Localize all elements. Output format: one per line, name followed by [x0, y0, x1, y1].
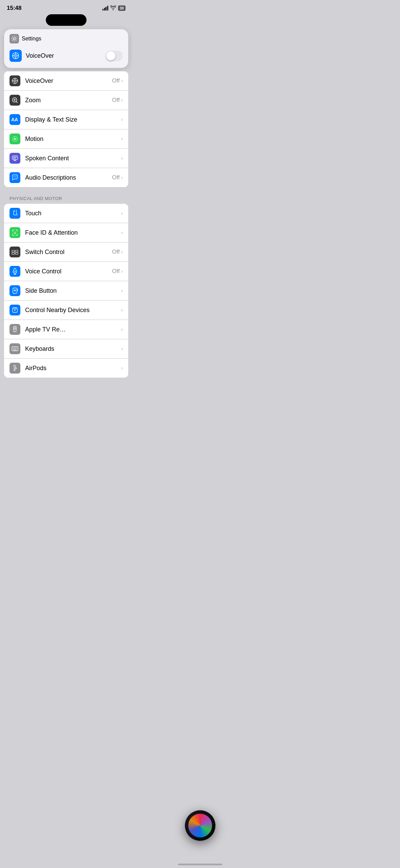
display-text-icon: AA: [9, 114, 20, 125]
audio-descriptions-icon: [9, 172, 20, 183]
apple-tv-item-label: Apple TV Re…: [25, 326, 66, 333]
voiceover-card: Settings VoiceOver: [4, 29, 128, 68]
switch-control-chevron: ›: [121, 249, 123, 255]
voice-control-chevron: ›: [121, 268, 123, 274]
wifi-icon: [110, 5, 116, 11]
physical-motor-header: PHYSICAL AND MOTOR: [4, 191, 128, 204]
svg-rect-20: [12, 253, 15, 254]
switch-control-item-content: Switch Control Off ›: [25, 249, 123, 256]
zoom-icon: [9, 95, 20, 106]
voiceover-left: VoiceOver: [9, 50, 54, 62]
display-text-item-content: Display & Text Size ›: [25, 116, 123, 123]
switch-control-icon: [9, 247, 20, 257]
svg-point-13: [14, 177, 14, 177]
face-id-icon: [9, 227, 20, 238]
audio-descriptions-chevron: ›: [121, 175, 123, 181]
voice-control-item-value: Off: [112, 268, 119, 275]
voice-control-item-content: Voice Control Off ›: [25, 268, 123, 275]
list-item-touch[interactable]: Touch ›: [4, 204, 128, 223]
list-item-motion[interactable]: Motion ›: [4, 129, 128, 149]
switch-control-item-right: Off ›: [112, 249, 123, 255]
side-button-item-label: Side Button: [25, 287, 57, 294]
voice-control-icon: [9, 266, 20, 277]
svg-point-3: [15, 55, 16, 56]
svg-point-15: [16, 177, 16, 177]
list-item-spoken-content[interactable]: Spoken Content ›: [4, 149, 128, 168]
zoom-item-content: Zoom Off ›: [25, 97, 123, 104]
list-item-keyboards[interactable]: Keyboards ›: [4, 339, 128, 359]
airpods-item-content: AirPods ›: [25, 365, 123, 372]
list-item-side-button[interactable]: Side Button ›: [4, 281, 128, 301]
svg-point-17: [16, 232, 16, 233]
display-text-chevron: ›: [121, 116, 123, 123]
list-item-control-nearby[interactable]: Control Nearby Devices ›: [4, 301, 128, 320]
list-item-audio-descriptions[interactable]: Audio Descriptions Off ›: [4, 168, 128, 187]
settings-gear-icon: [9, 34, 19, 43]
face-id-chevron: ›: [121, 230, 123, 236]
airpods-item-label: AirPods: [25, 365, 46, 372]
apple-tv-icon: [9, 324, 20, 335]
spoken-content-icon: [9, 153, 20, 164]
list-item-apple-tv[interactable]: Apple TV Re… ›: [4, 320, 128, 339]
list-item-face-id[interactable]: Face ID & Attention ›: [4, 223, 128, 242]
audio-descriptions-item-right: Off ›: [112, 174, 123, 181]
svg-rect-22: [14, 268, 16, 272]
airpods-chevron: ›: [121, 365, 123, 371]
apple-tv-item-content: Apple TV Re… ›: [25, 326, 123, 333]
svg-rect-12: [12, 156, 18, 160]
switch-control-item-label: Switch Control: [25, 249, 64, 256]
svg-point-30: [14, 369, 15, 371]
svg-rect-19: [15, 250, 18, 252]
svg-point-28: [15, 330, 15, 331]
list-item-switch-control[interactable]: Switch Control Off ›: [4, 242, 128, 262]
svg-rect-21: [15, 253, 18, 254]
touch-icon: [9, 208, 20, 219]
side-button-chevron: ›: [121, 288, 123, 294]
svg-rect-18: [12, 250, 15, 252]
touch-item-label: Touch: [25, 210, 41, 217]
face-id-item-content: Face ID & Attention ›: [25, 229, 123, 236]
zoom-item-value: Off: [112, 97, 119, 104]
spoken-content-item-content: Spoken Content ›: [25, 155, 123, 162]
touch-chevron: ›: [121, 210, 123, 216]
control-nearby-item-label: Control Nearby Devices: [25, 307, 90, 314]
zoom-chevron: ›: [121, 97, 123, 103]
dynamic-island: [46, 14, 87, 26]
status-bar: 15:48 30: [0, 0, 132, 14]
keyboards-item-content: Keyboards ›: [25, 345, 123, 352]
status-icons: 30: [102, 5, 126, 11]
settings-label: Settings: [22, 36, 41, 42]
list-item-zoom[interactable]: Zoom Off ›: [4, 91, 128, 110]
list-item-voiceover[interactable]: VoiceOver Off ›: [4, 71, 128, 91]
control-nearby-chevron: ›: [121, 307, 123, 313]
audio-descriptions-item-label: Audio Descriptions: [25, 174, 76, 181]
side-button-icon: [9, 285, 20, 296]
list-item-voice-control[interactable]: Voice Control Off ›: [4, 262, 128, 281]
voiceover-popup-row[interactable]: VoiceOver: [9, 48, 123, 63]
voiceover-list-icon: [9, 75, 20, 86]
touch-item-content: Touch ›: [25, 210, 123, 217]
switch-control-item-value: Off: [112, 249, 119, 255]
voiceover-chevron: ›: [121, 78, 123, 84]
motion-item-content: Motion ›: [25, 135, 123, 143]
vision-section-card: VoiceOver Off › Zoom Off ›: [4, 71, 128, 187]
keyboards-item-label: Keyboards: [25, 345, 54, 352]
face-id-item-label: Face ID & Attention: [25, 229, 78, 236]
list-item-display-text[interactable]: AA Display & Text Size ›: [4, 110, 128, 129]
status-time: 15:48: [7, 5, 21, 12]
svg-point-27: [14, 328, 16, 329]
spoken-content-item-label: Spoken Content: [25, 155, 69, 162]
apple-tv-chevron: ›: [121, 326, 123, 332]
list-item-airpods[interactable]: AirPods ›: [4, 359, 128, 378]
keyboards-icon: [9, 343, 20, 354]
motion-chevron: ›: [121, 136, 123, 142]
physical-motor-section-card: Touch › Face ID & Attention: [4, 204, 128, 378]
audio-descriptions-item-content: Audio Descriptions Off ›: [25, 174, 123, 181]
display-text-item-label: Display & Text Size: [25, 116, 77, 123]
toggle-knob: [106, 51, 115, 60]
audio-descriptions-item-value: Off: [112, 174, 119, 181]
svg-point-11: [15, 139, 15, 139]
svg-point-6: [15, 80, 15, 81]
svg-point-14: [15, 177, 15, 177]
voiceover-toggle[interactable]: [106, 51, 123, 61]
